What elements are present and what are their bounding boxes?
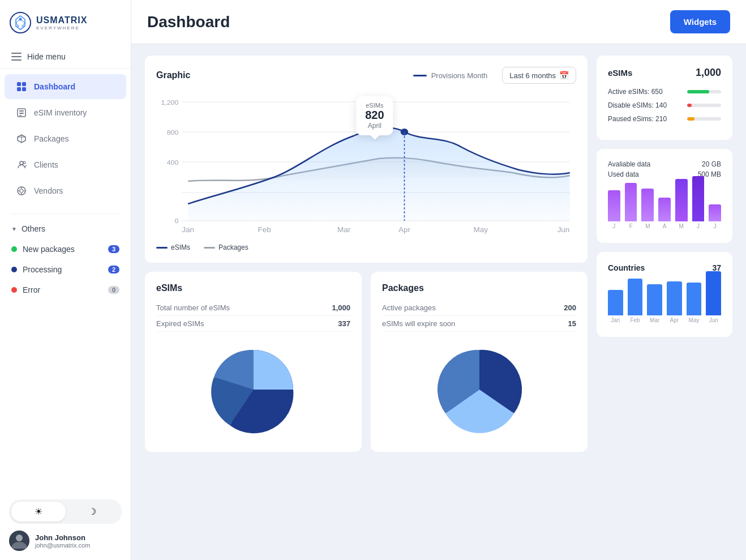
svg-rect-14	[22, 87, 26, 91]
dashboard-icon	[16, 81, 27, 92]
logo: USMATRIX EVERYWHERE	[0, 0, 131, 45]
processing-label: Processing	[23, 265, 62, 274]
new-packages-badge: 3	[108, 245, 119, 253]
theme-toggle[interactable]: ☀ ☽	[9, 499, 122, 524]
tooltip-month: April	[365, 122, 384, 130]
bar-m2-bar	[675, 179, 688, 221]
countries-jan-label: Jan	[611, 317, 620, 323]
svg-rect-18	[19, 115, 22, 116]
user-email: john@usmatrix.com	[35, 542, 90, 549]
bottom-cards: eSIMs Total number of eSIMs 1,000 Expire…	[145, 272, 588, 452]
dashboard-label: Dashboard	[34, 82, 75, 91]
packages-legend-label: Packages	[218, 243, 248, 251]
bar-f-label: F	[629, 223, 633, 229]
dark-mode-button[interactable]: ☽	[66, 502, 120, 521]
esims-legend-line	[156, 247, 168, 249]
bar-j1-label: J	[612, 223, 615, 229]
esims-bottom-title: eSIMs	[156, 283, 350, 293]
countries-bar-may-bar	[687, 283, 702, 315]
bar-j3: J	[709, 204, 721, 229]
others-section: ▼ Others New packages 3 Processing 2 Err…	[0, 219, 131, 300]
disable-esims-bar-bg	[687, 104, 721, 107]
bar-m1-label: M	[645, 223, 650, 229]
paused-esims-bar	[687, 117, 721, 121]
legend-item-packages: Packages	[204, 243, 248, 251]
error-label: Error	[23, 285, 40, 294]
error-badge: 0	[108, 286, 119, 294]
logo-sub: EVERYWHERE	[36, 25, 87, 31]
sidebar-item-esim-inventory[interactable]: eSIM inventory	[5, 100, 126, 125]
countries-mar-label: Mar	[650, 317, 659, 323]
svg-text:400: 400	[167, 159, 179, 166]
topbar: Dashboard Widgets	[131, 0, 746, 44]
countries-bar-feb: Feb	[628, 279, 643, 323]
bar-m2: M	[675, 179, 688, 229]
bar-f: F	[625, 183, 637, 229]
active-packages-row: Active packages 200	[382, 300, 576, 316]
tooltip-label: eSIMs	[365, 102, 384, 109]
sidebar-item-vendors[interactable]: Vendors	[5, 178, 126, 203]
hide-menu-button[interactable]: Hide menu	[0, 45, 131, 69]
disable-esims-bar	[687, 104, 721, 107]
expired-esims-value: 337	[338, 319, 350, 328]
menu-icon	[11, 53, 22, 61]
esims-total-count: 1,000	[696, 67, 721, 79]
countries-bar-mar: Mar	[647, 284, 662, 323]
main-content: Dashboard Widgets Graphic Provisions Mon…	[131, 0, 746, 560]
new-packages-label: New packages	[23, 245, 75, 254]
esims-legend-label: eSIMs	[171, 243, 190, 251]
user-info: John Johnson john@usmatrix.com	[35, 533, 90, 549]
processing-item[interactable]: Processing 2	[5, 259, 126, 280]
esims-stats-title: eSIMs	[608, 68, 632, 78]
calendar-icon: 📅	[559, 71, 569, 80]
total-esims-row: Total number of eSIMs 1,000	[156, 300, 350, 316]
error-dot	[11, 287, 17, 293]
others-toggle[interactable]: ▼ Others	[5, 219, 126, 239]
available-data-row: Avaliable data 20 GB	[608, 160, 721, 168]
error-item[interactable]: Error 0	[5, 280, 126, 300]
sidebar: USMATRIX EVERYWHERE Hide menu Dashboard …	[0, 0, 131, 560]
widgets-button[interactable]: Widgets	[670, 10, 730, 33]
chevron-down-icon: ▼	[11, 226, 17, 232]
countries-bar-apr: Apr	[667, 281, 682, 323]
bar-f-bar	[625, 183, 637, 221]
countries-may-label: May	[689, 317, 700, 323]
active-esims-stat: Active eSIMs: 650	[608, 88, 721, 96]
processing-badge: 2	[108, 266, 119, 273]
tooltip-value: 820	[365, 109, 384, 122]
bar-j2: J	[692, 176, 705, 229]
sidebar-item-clients[interactable]: Clients	[5, 152, 126, 177]
bar-a: A	[658, 198, 671, 229]
svg-point-26	[21, 193, 22, 194]
countries-feb-label: Feb	[630, 317, 640, 323]
graphic-legend: Provisions Month	[413, 71, 488, 80]
packages-pie-chart	[382, 339, 576, 441]
sidebar-item-packages[interactable]: Packages	[5, 126, 126, 151]
countries-bar-jun-bar	[706, 271, 721, 315]
light-mode-button[interactable]: ☀	[11, 502, 66, 521]
sidebar-item-dashboard[interactable]: Dashboard	[5, 74, 126, 99]
date-range-button[interactable]: Last 6 months 📅	[502, 67, 576, 84]
esim-inventory-label: eSIM inventory	[34, 108, 87, 117]
hide-menu-label: Hide menu	[27, 52, 66, 61]
svg-line-7	[16, 19, 20, 23]
logo-icon	[9, 11, 32, 34]
new-packages-item[interactable]: New packages 3	[5, 239, 126, 259]
svg-rect-16	[19, 110, 24, 112]
vendors-icon	[16, 185, 27, 196]
user-name: John Johnson	[35, 533, 90, 542]
available-data-label: Avaliable data	[608, 160, 650, 168]
tooltip-arrow	[370, 135, 379, 140]
bar-j1-bar	[608, 190, 620, 221]
graphic-card: Graphic Provisions Month Last 6 months 📅	[145, 55, 588, 263]
active-packages-value: 200	[564, 303, 576, 312]
total-esims-value: 1,000	[332, 303, 350, 312]
content-area: Graphic Provisions Month Last 6 months 📅	[131, 44, 746, 560]
packages-icon	[16, 133, 27, 144]
bar-j2-label: J	[697, 223, 700, 229]
svg-point-25	[21, 187, 22, 189]
nav-section: Dashboard eSIM inventory Packages Client…	[0, 69, 131, 209]
countries-bar-apr-bar	[667, 281, 682, 315]
paused-esims-stat: Paused eSims: 210	[608, 115, 721, 123]
legend-item-esims: eSIMs	[156, 243, 190, 251]
